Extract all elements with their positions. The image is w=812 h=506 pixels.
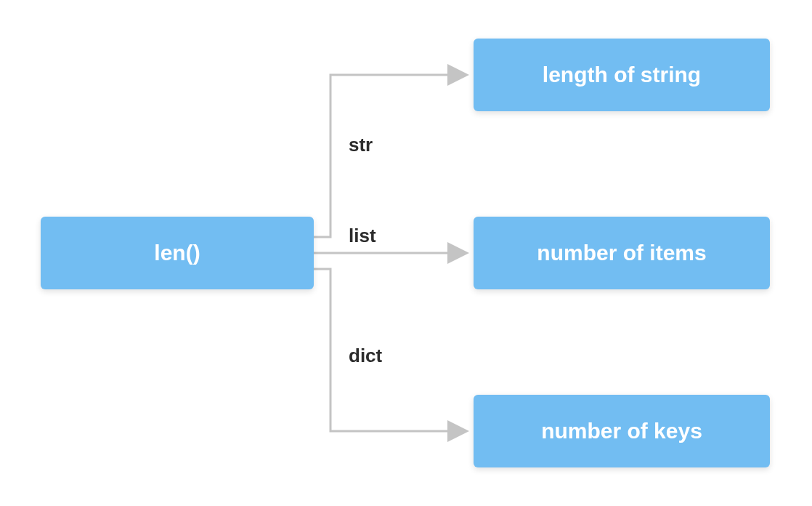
target-node-dict: number of keys [474,395,770,467]
arrow-dict [314,269,465,431]
arrow-str [314,75,465,237]
source-node-len: len() [41,217,314,289]
edge-label-dict: dict [349,345,382,367]
target-node-string: length of string [474,39,770,111]
target-node-list: number of items [474,217,770,289]
edge-label-str: str [349,134,373,156]
edge-label-list: list [349,225,376,247]
target-node-label: number of items [537,241,706,265]
target-node-label: length of string [543,63,701,87]
source-node-label: len() [154,241,200,265]
target-node-label: number of keys [541,419,702,443]
